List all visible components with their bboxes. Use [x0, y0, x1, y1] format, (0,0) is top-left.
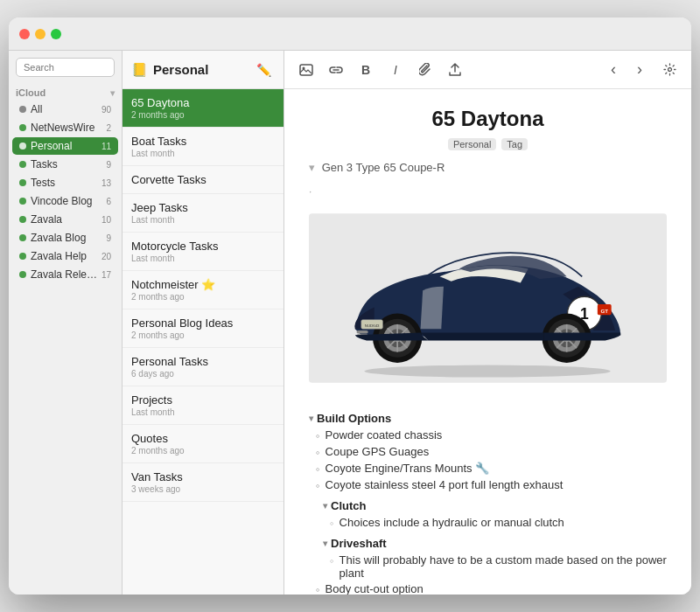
main-window: iCloud ▾ All 90 NetNewsWire 2 Personal 1… — [9, 17, 691, 595]
driveshaft-header[interactable]: ▾ Driveshaft — [309, 537, 667, 550]
note-item-meta: 3 weeks ago — [131, 484, 275, 494]
note-list: 📒 Personal ✏️ 65 Daytona 2 months ago Bo… — [122, 51, 284, 595]
item-dot — [19, 198, 26, 205]
note-item-meta: 6 days ago — [131, 369, 275, 379]
item-text: Choices include a hydraulic or manual cl… — [340, 516, 564, 529]
note-item-quotes[interactable]: Quotes 2 months ago — [122, 425, 284, 463]
bullet-icon: ◦ — [316, 479, 320, 492]
bullet-icon: ◦ — [316, 446, 320, 459]
svg-point-4 — [364, 365, 610, 378]
sidebar-item-tasks[interactable]: Tasks 9 — [12, 156, 118, 173]
tag-personal[interactable]: Personal — [448, 138, 496, 150]
search-input[interactable] — [16, 58, 115, 77]
sidebar-item-label: Tests — [31, 177, 98, 189]
note-item-name: Motorcycle Tasks — [131, 240, 275, 253]
note-item-name: Notchmeister ⭐ — [131, 278, 275, 291]
item-text: Coyote stainless steel 4 port full lengt… — [326, 478, 564, 491]
maximize-button[interactable] — [51, 29, 61, 39]
note-item-notchmeister[interactable]: Notchmeister ⭐ 2 months ago — [122, 271, 284, 309]
item-dot — [19, 124, 26, 131]
note-item-corvette-tasks[interactable]: Corvette Tasks — [122, 166, 284, 194]
note-item-personal-tasks[interactable]: Personal Tasks 6 days ago — [122, 348, 284, 386]
tag-tag[interactable]: Tag — [501, 138, 528, 150]
clutch-header[interactable]: ▾ Clutch — [309, 499, 667, 512]
note-item-name: Quotes — [131, 432, 275, 445]
note-item-projects[interactable]: Projects Last month — [122, 386, 284, 425]
nav-buttons: ‹ › — [602, 59, 651, 81]
main-content: iCloud ▾ All 90 NetNewsWire 2 Personal 1… — [9, 51, 691, 595]
note-item-name: Personal Tasks — [131, 355, 275, 368]
sidebar-item-tests[interactable]: Tests 13 — [12, 174, 118, 191]
list-item: ◦ Powder coated chassis — [309, 428, 667, 442]
note-item-name: Boat Tasks — [131, 135, 275, 148]
list-item: ◦ Body cut-out option — [309, 582, 667, 595]
sidebar-item-badge: 20 — [102, 252, 111, 261]
sidebar-item-label: All — [31, 103, 98, 115]
sidebar-item-label: Personal — [31, 140, 98, 152]
forward-button[interactable]: › — [628, 59, 651, 81]
bullet-icon: ◦ — [316, 583, 320, 595]
sidebar-item-zavala[interactable]: Zavala 10 — [12, 211, 118, 228]
sidebar-item-netnewswire[interactable]: NetNewsWire 2 — [12, 119, 118, 136]
sidebar-item-zavala-releases[interactable]: Zavala Releases 17 — [12, 266, 118, 283]
settings-button[interactable] — [658, 59, 681, 81]
sidebar-item-label: Zavala Help — [31, 250, 98, 262]
note-list-title: 📒 Personal — [131, 62, 208, 78]
sidebar-item-label: Zavala Blog — [31, 232, 102, 244]
item-text: Body cut-out option — [326, 582, 424, 595]
item-dot — [19, 143, 26, 150]
share-button[interactable] — [444, 59, 466, 81]
note-item-name: 65 Daytona — [131, 96, 275, 109]
sidebar-item-badge: 11 — [102, 142, 111, 151]
svg-point-2 — [668, 68, 671, 72]
sidebar-item-zavala-help[interactable]: Zavala Help 20 — [12, 247, 118, 265]
bullet-icon: ◦ — [316, 429, 320, 442]
note-subtitle: ▾ Gen 3 Type 65 Coupe-R — [309, 161, 667, 174]
sidebar-item-all[interactable]: All 90 — [12, 101, 118, 118]
item-dot — [19, 161, 26, 168]
sidebar-item-vincode-blog[interactable]: Vincode Blog 6 — [12, 192, 118, 210]
italic-button[interactable]: I — [384, 59, 407, 81]
note-item-jeep-tasks[interactable]: Jeep Tasks Last month — [122, 194, 284, 233]
note-item-van-tasks[interactable]: Van Tasks 3 weeks ago — [122, 463, 284, 502]
section-label: Clutch — [331, 499, 366, 512]
back-button[interactable]: ‹ — [602, 59, 625, 81]
note-item-boat-tasks[interactable]: Boat Tasks Last month — [122, 128, 284, 166]
section-toggle-icon: ▾ — [309, 414, 313, 423]
sidebar-item-personal[interactable]: Personal 11 — [12, 137, 118, 155]
new-note-button[interactable]: ✏️ — [252, 59, 275, 81]
minimize-button[interactable] — [35, 29, 46, 39]
svg-rect-0 — [300, 65, 312, 75]
sidebar-section-header: iCloud ▾ — [9, 84, 122, 100]
bold-button[interactable]: B — [354, 59, 377, 81]
section-toggle-icon: ▾ — [323, 539, 327, 548]
close-button[interactable] — [19, 29, 30, 39]
build-options-header[interactable]: ▾ Build Options — [309, 412, 667, 425]
sidebar-item-label: Tasks — [31, 158, 102, 170]
item-text: Powder coated chassis — [326, 428, 443, 442]
section-label: Driveshaft — [331, 537, 387, 550]
sidebar-item-zavala-blog[interactable]: Zavala Blog 9 — [12, 229, 118, 247]
svg-rect-29 — [357, 330, 368, 334]
note-item-65-daytona[interactable]: 65 Daytona 2 months ago — [122, 89, 284, 128]
note-title: 65 Daytona — [309, 107, 667, 131]
editor-content: 65 Daytona Personal Tag ▾ Gen 3 Type 65 … — [284, 89, 691, 595]
note-list-items: 65 Daytona 2 months ago Boat Tasks Last … — [122, 89, 284, 595]
list-item: ◦ This will probably have to be a custom… — [309, 553, 667, 580]
sidebar-item-label: NetNewsWire — [31, 122, 102, 134]
section-label: Build Options — [317, 412, 391, 425]
link-button[interactable] — [325, 59, 347, 81]
note-tags: Personal Tag — [309, 138, 667, 150]
note-list-header: 📒 Personal ✏️ — [122, 51, 284, 89]
editor: B I ‹ › — [284, 51, 691, 595]
bullet-icon: ◦ — [316, 462, 320, 476]
list-item: ◦ Coupe GPS Guages — [309, 445, 667, 459]
attach-button[interactable] — [414, 59, 437, 81]
note-item-personal-blog-ideas[interactable]: Personal Blog Ideas 2 months ago — [122, 309, 284, 348]
item-text: Coyote Engine/Trans Mounts 🔧 — [326, 462, 490, 475]
item-text: This will probably have to be a custom m… — [340, 553, 667, 580]
note-dash: · — [309, 183, 667, 198]
image-button[interactable] — [295, 59, 318, 81]
note-item-motorcycle-tasks[interactable]: Motorcycle Tasks Last month — [122, 233, 284, 271]
item-dot — [19, 216, 26, 223]
